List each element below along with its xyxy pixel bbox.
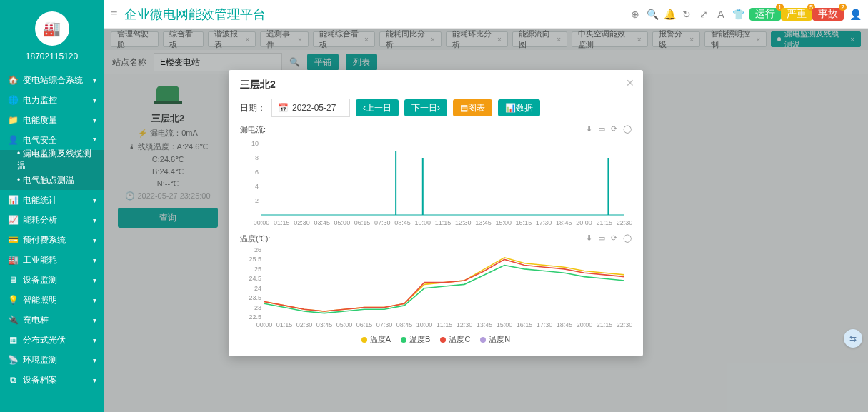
svg-text:13:45: 13:45 <box>477 321 493 328</box>
sidebar-item[interactable]: 🌐电力监控▾ <box>0 90 104 110</box>
chevron-icon: ▾ <box>93 296 96 304</box>
svg-text:15:00: 15:00 <box>497 321 513 328</box>
reload-icon[interactable]: ◯ <box>623 124 632 134</box>
svg-text:21:15: 21:15 <box>597 321 613 328</box>
svg-text:22:30: 22:30 <box>617 321 632 328</box>
sidebar-item[interactable]: 🏠变电站综合系统▾ <box>0 70 104 90</box>
sidebar-subitem[interactable]: • 漏电监测及线缆测温 <box>0 150 104 170</box>
close-icon[interactable]: ✕ <box>626 77 634 89</box>
language-icon[interactable]: A <box>715 9 727 20</box>
search-icon[interactable]: 🔍 <box>647 9 658 20</box>
sidebar-item[interactable]: 📊电能统计▾ <box>0 190 104 210</box>
chevron-icon: ▾ <box>93 76 96 84</box>
legend-item[interactable]: 温度C <box>440 334 470 345</box>
sidebar-item[interactable]: 🔌充电桩▾ <box>0 310 104 330</box>
svg-text:07:30: 07:30 <box>376 321 393 328</box>
refresh-icon[interactable]: ↻ <box>681 9 692 20</box>
svg-text:02:30: 02:30 <box>294 219 310 226</box>
menu-icon: 📡 <box>7 355 19 365</box>
sidebar-item[interactable]: 📈能耗分析▾ <box>0 210 104 230</box>
chart-button[interactable]: ▤ 图表 <box>453 99 492 116</box>
svg-text:10:00: 10:00 <box>416 321 433 328</box>
sidebar-item-label: 分布式光伏 <box>23 334 66 346</box>
temp-chart-title: 温度(℃): <box>240 233 632 244</box>
sidebar: 🏭 18702115120 🏠变电站综合系统▾🌐电力监控▾📁电能质量▾👤电气安全… <box>0 0 104 412</box>
sidebar-item[interactable]: 🖥设备监测▾ <box>0 270 104 290</box>
calendar-icon: 📅 <box>278 103 289 113</box>
theme-icon[interactable]: 👕 <box>732 9 744 20</box>
leak-chart-block: ⬇ ▭ ⟳ ◯ 漏电流: 24681000:0001:1502:3003:450… <box>240 124 632 229</box>
svg-text:11:15: 11:15 <box>437 321 453 328</box>
svg-text:16:15: 16:15 <box>516 219 532 226</box>
sidebar-item-label: 电能质量 <box>23 114 57 126</box>
sidebar-item-label: 变电站综合系统 <box>23 74 83 86</box>
user-icon[interactable]: 👤 <box>849 9 861 20</box>
menu-icon: 👤 <box>7 135 19 145</box>
download-icon[interactable]: ⬇ <box>586 233 592 243</box>
svg-text:13:45: 13:45 <box>475 219 492 226</box>
download-icon[interactable]: ⬇ <box>586 124 592 134</box>
menu-toggle-icon[interactable]: ≡ <box>111 8 117 21</box>
menu-icon: 🏠 <box>7 75 19 85</box>
legend-item[interactable]: 温度N <box>480 334 510 345</box>
header-icons: ⊕ 🔍 🔔 ↻ ⤢ A 👕 运行1严重5事故2 👤 <box>629 8 861 21</box>
detail-modal: ✕ 三层北2 日期： 📅2022-05-27 ‹ 上一日 下一日 › ▤ 图表 … <box>229 70 643 356</box>
legend-swatch <box>401 337 406 343</box>
svg-text:20:00: 20:00 <box>577 321 593 328</box>
reload-icon[interactable]: ◯ <box>623 233 632 243</box>
sidebar-item-label: 智能照明 <box>23 294 57 306</box>
restore-icon[interactable]: ⟳ <box>611 233 617 243</box>
chevron-icon: ▾ <box>93 256 96 264</box>
menu-icon: ⧉ <box>7 375 19 385</box>
restore-icon[interactable]: ⟳ <box>611 124 617 134</box>
prev-day-button[interactable]: ‹ 上一日 <box>356 99 399 116</box>
data-button[interactable]: 📊 数据 <box>498 99 540 116</box>
svg-text:20:00: 20:00 <box>576 219 592 226</box>
legend-item[interactable]: 温度A <box>361 334 391 345</box>
svg-text:01:15: 01:15 <box>274 219 290 226</box>
menu-icon: 🌐 <box>7 95 19 105</box>
svg-text:10:00: 10:00 <box>415 219 431 226</box>
svg-text:03:45: 03:45 <box>314 219 330 226</box>
sidebar-item[interactable]: 👤电气安全▴ <box>0 130 104 150</box>
legend-item[interactable]: 温度B <box>401 334 430 345</box>
user-id: 18702115120 <box>0 51 104 70</box>
fullscreen-icon[interactable]: ⤢ <box>698 9 709 20</box>
zoom-icon[interactable]: ▭ <box>598 124 605 134</box>
sidebar-item-label: 电气安全 <box>23 134 57 146</box>
sidebar-item-label: 充电桩 <box>23 314 49 326</box>
sidebar-subitem[interactable]: • 电气触点测温 <box>0 170 104 190</box>
svg-text:2: 2 <box>255 197 259 204</box>
svg-text:26: 26 <box>254 246 261 253</box>
svg-text:6: 6 <box>255 169 259 176</box>
sidebar-item[interactable]: 📁电能质量▾ <box>0 110 104 130</box>
svg-text:23: 23 <box>254 304 261 311</box>
temp-chart-block: ⬇ ▭ ⟳ ◯ 温度(℃): 22.52323.52424.52525.5260… <box>240 233 632 345</box>
next-day-button[interactable]: 下一日 › <box>404 99 447 116</box>
zoom-icon[interactable]: ▭ <box>598 233 605 243</box>
status-badge[interactable]: 运行1 <box>749 8 781 21</box>
svg-text:16:15: 16:15 <box>517 321 533 328</box>
sidebar-item[interactable]: 💡智能照明▾ <box>0 290 104 310</box>
status-badge[interactable]: 严重5 <box>781 8 812 21</box>
sidebar-item[interactable]: ⧉设备档案▾ <box>0 370 104 390</box>
menu-icon: 💳 <box>7 235 19 245</box>
badge-count: 2 <box>839 4 847 11</box>
date-input[interactable]: 📅2022-05-27 <box>271 99 350 117</box>
sidebar-item-label: 环境监测 <box>23 354 57 366</box>
sidebar-item[interactable]: ▦分布式光伏▾ <box>0 330 104 350</box>
status-badge[interactable]: 事故2 <box>812 8 844 21</box>
sidebar-item-label: 预付费系统 <box>23 234 66 246</box>
sidebar-item[interactable]: 🏭工业能耗▾ <box>0 250 104 270</box>
svg-text:12:30: 12:30 <box>457 321 473 328</box>
sidebar-item[interactable]: 💳预付费系统▾ <box>0 230 104 250</box>
svg-text:05:00: 05:00 <box>336 321 353 328</box>
menu-icon: 🏭 <box>7 255 19 265</box>
svg-text:24.5: 24.5 <box>249 275 261 282</box>
bell-icon[interactable]: 🔔 <box>664 9 675 20</box>
svg-text:24: 24 <box>254 285 261 292</box>
sidebar-item-label: 工业能耗 <box>23 254 57 266</box>
float-button[interactable]: ⇆ <box>844 329 862 348</box>
globe-icon[interactable]: ⊕ <box>629 9 641 20</box>
sidebar-item[interactable]: 📡环境监测▾ <box>0 350 104 370</box>
